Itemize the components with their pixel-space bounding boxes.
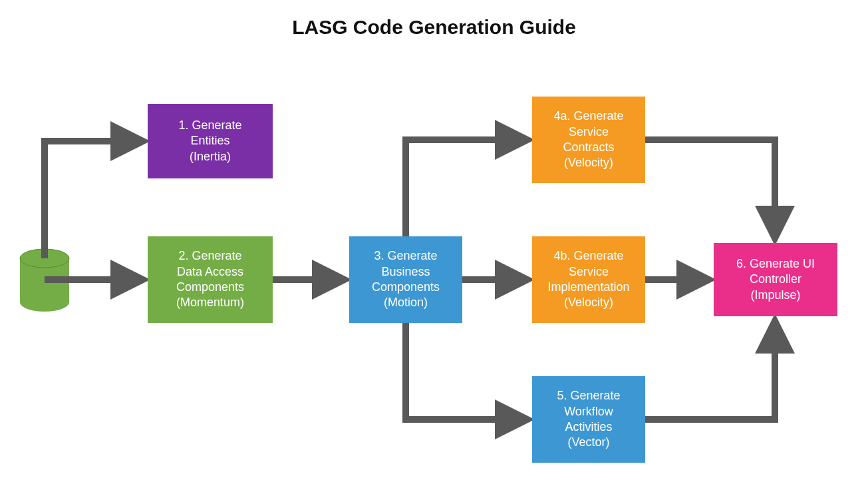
node-n1: 1. Generate Entities (Inertia): [148, 104, 273, 178]
diagram-title: LASG Code Generation Guide: [0, 16, 868, 39]
svg-point-0: [20, 249, 69, 268]
node-n4b: 4b. Generate Service Implementation (Vel…: [532, 236, 645, 323]
flow-arrow: [45, 141, 144, 258]
node-n5: 5. Generate Workflow Activities (Vector): [532, 376, 645, 463]
node-n4a: 4a. Generate Service Contracts (Velocity…: [532, 97, 645, 183]
database-icon: [20, 249, 69, 312]
flow-arrow: [645, 140, 775, 239]
node-n2: 2. Generate Data Access Components (Mome…: [148, 236, 273, 323]
node-n3: 3. Generate Business Components (Motion): [349, 236, 462, 323]
flow-arrow: [406, 140, 528, 236]
flow-arrow: [406, 323, 528, 419]
flow-arrow: [645, 320, 775, 419]
node-n6: 6. Generate UI Controller (Impulse): [714, 243, 837, 316]
